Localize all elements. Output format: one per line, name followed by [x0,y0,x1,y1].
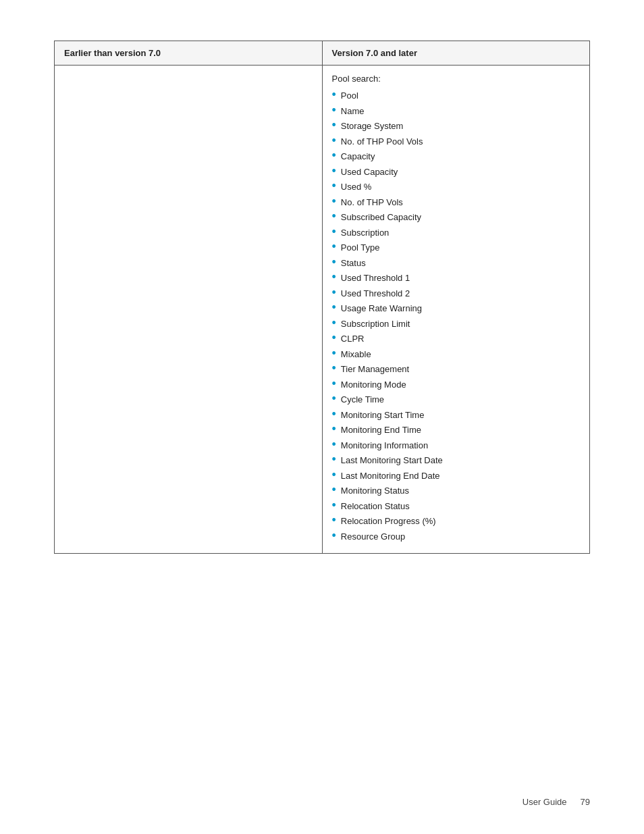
bullet-icon: • [332,180,336,193]
bullet-icon: • [332,529,336,543]
list-item-text: Storage System [341,120,404,133]
bullet-icon: • [332,88,336,102]
bullet-icon: • [332,362,336,375]
list-item: •Subscribed Capacity [332,211,581,224]
list-item-text: Pool [341,89,358,103]
list-item: •Name [332,105,581,118]
col2-cell: Pool search: •Pool•Name•Storage System•N… [322,66,590,554]
list-item-text: Monitoring Status [341,484,409,498]
list-item: •Used % [332,180,581,194]
comparison-table: Earlier than version 7.0 Version 7.0 and… [54,41,590,554]
list-item-text: Resource Group [341,530,405,544]
list-item: •Used Capacity [332,165,581,179]
bullet-icon: • [332,134,336,148]
bullet-icon: • [332,210,336,224]
list-item: •Used Threshold 1 [332,271,581,285]
bullet-icon: • [332,392,336,406]
list-item-text: Subscription [341,226,390,240]
list-item-text: Name [341,105,365,118]
list-item-text: CLPR [341,332,365,346]
list-item-text: Monitoring Information [341,439,428,452]
list-item-text: Subscribed Capacity [341,211,421,224]
list-item-text: Last Monitoring End Date [341,469,440,483]
col1-cell [55,66,323,554]
list-item: •Monitoring Mode [332,378,581,392]
list-item: •No. of THP Pool Vols [332,135,581,149]
list-item: •CLPR [332,332,581,346]
col1-header-text: Earlier than version 7.0 [64,48,161,58]
page-container: Earlier than version 7.0 Version 7.0 and… [0,0,644,608]
list-item: •Monitoring End Time [332,423,581,437]
bullet-icon: • [332,469,336,482]
list-item: •Mixable [332,348,581,361]
list-item: •Last Monitoring Start Date [332,454,581,467]
list-item: •Resource Group [332,530,581,544]
list-item: •Pool Type [332,241,581,255]
list-item: •Usage Rate Warning [332,302,581,315]
bullet-icon: • [332,347,336,361]
list-item-text: Last Monitoring Start Date [341,454,443,467]
pool-items-list: •Pool•Name•Storage System•No. of THP Poo… [332,89,581,543]
list-item: •Capacity [332,150,581,163]
list-item-text: Pool Type [341,241,380,255]
bullet-icon: • [332,104,336,118]
list-item: •Status [332,257,581,270]
list-item-text: Subscription Limit [341,317,410,331]
list-item: •Monitoring Information [332,439,581,452]
list-item: •Used Threshold 2 [332,287,581,301]
list-item-text: Monitoring End Time [341,423,421,437]
bullet-icon: • [332,286,336,300]
bullet-icon: • [332,149,336,163]
list-item-text: Relocation Status [341,500,410,513]
bullet-icon: • [332,195,336,209]
bullet-icon: • [332,226,336,239]
list-item: •Subscription [332,226,581,240]
page-footer: User Guide 79 [522,797,590,807]
bullet-icon: • [332,514,336,527]
footer-page: 79 [581,797,590,807]
bullet-icon: • [332,165,336,178]
list-item-text: Monitoring Mode [341,378,406,392]
list-item: •No. of THP Vols [332,196,581,209]
list-item-text: Relocation Progress (%) [341,515,436,528]
list-item-text: Used Capacity [341,165,398,179]
list-item: •Relocation Progress (%) [332,515,581,528]
bullet-icon: • [332,499,336,513]
bullet-icon: • [332,271,336,284]
footer-label: User Guide [522,797,567,807]
col2-header-text: Version 7.0 and later [332,48,417,58]
bullet-icon: • [332,438,336,452]
col2-header: Version 7.0 and later [322,41,590,66]
list-item: •Last Monitoring End Date [332,469,581,483]
list-item-text: Used Threshold 2 [341,287,410,301]
bullet-icon: • [332,408,336,421]
list-item-text: Usage Rate Warning [341,302,422,315]
list-item: •Monitoring Start Time [332,409,581,422]
bullet-icon: • [332,256,336,269]
list-item-text: Status [341,257,366,270]
col1-header: Earlier than version 7.0 [55,41,323,66]
list-item: •Storage System [332,120,581,133]
bullet-icon: • [332,119,336,132]
list-item: •Tier Management [332,363,581,376]
list-item-text: Monitoring Start Time [341,409,425,422]
list-item: •Cycle Time [332,393,581,407]
bullet-icon: • [332,317,336,330]
bullet-icon: • [332,377,336,391]
list-item: •Subscription Limit [332,317,581,331]
pool-search-label: Pool search: [332,74,581,84]
list-item-text: No. of THP Pool Vols [341,135,423,149]
list-item: •Pool [332,89,581,103]
list-item-text: Mixable [341,348,371,361]
list-item-text: No. of THP Vols [341,196,403,209]
bullet-icon: • [332,423,336,436]
bullet-icon: • [332,453,336,467]
list-item-text: Used Threshold 1 [341,271,410,285]
list-item: •Monitoring Status [332,484,581,498]
bullet-icon: • [332,332,336,345]
list-item-text: Capacity [341,150,375,163]
bullet-icon: • [332,484,336,497]
list-item-text: Cycle Time [341,393,384,407]
list-item: •Relocation Status [332,500,581,513]
bullet-icon: • [332,240,336,254]
